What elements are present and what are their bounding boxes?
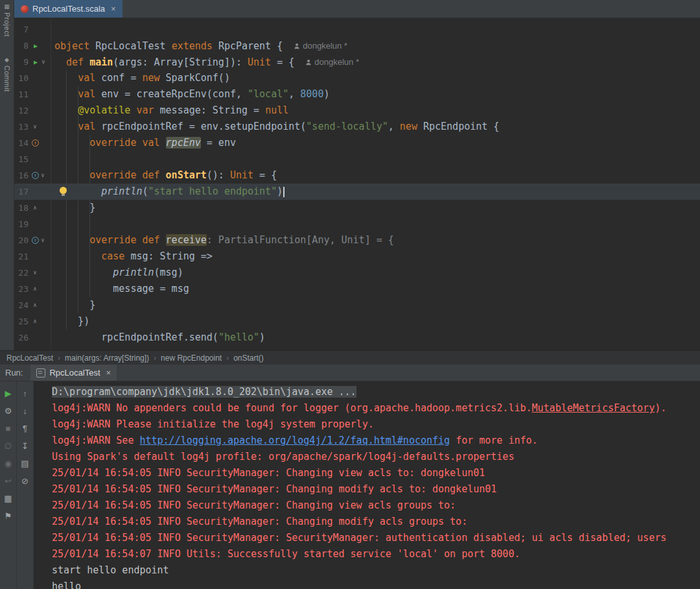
code-line[interactable]: 17 println("start hello endpoint") (14, 184, 700, 200)
fold-expand-icon[interactable]: ∧ (32, 297, 38, 313)
soft-exit-icon[interactable]: ↩ (0, 472, 17, 490)
pin-icon[interactable]: ⚑ (0, 507, 17, 525)
fold-collapse-icon[interactable]: ∨ (40, 167, 46, 184)
code-editor[interactable]: 78▶object RpcLocalTest extends RpcParent… (14, 18, 700, 350)
breadcrumb-item[interactable]: main(args: Array[String]) (65, 354, 149, 363)
code-line[interactable]: 24∧ } (14, 297, 700, 313)
sidebar-item-project[interactable]: ▦ Project (3, 3, 11, 37)
breadcrumb: RpcLocalTest›main(args: Array[String])›n… (0, 350, 700, 365)
coverage-icon[interactable]: ∅ (0, 437, 17, 455)
code-line[interactable]: 13∨ val rpcEndpointRef = env.setupEndpoi… (14, 119, 700, 135)
tab-rpclocaltest-scala[interactable]: RpcLocalTest.scala × (14, 0, 122, 18)
breadcrumb-item[interactable]: RpcLocalTest (6, 354, 53, 363)
line-number: 10 (14, 70, 29, 86)
fold-expand-icon[interactable]: ∧ (32, 281, 38, 297)
run-line-icon[interactable]: ▶ (32, 54, 40, 70)
code-line[interactable]: 23∧ message = msg (14, 281, 700, 297)
console-line[interactable]: D:\program\company\jdk\jdk1.8.0_202\bin\… (52, 384, 700, 400)
code-line[interactable]: 10 val conf = new SparkConf() (14, 70, 700, 86)
code-token: ) (259, 331, 265, 343)
console-line[interactable]: Using Spark's default log4j profile: org… (52, 449, 700, 465)
code-line[interactable]: 7 (14, 21, 700, 38)
settings-icon[interactable]: ⚙ (0, 402, 17, 420)
code-line[interactable]: 15 (14, 151, 700, 167)
console-text: 25/01/14 16:54:05 INFO SecurityManager: … (52, 499, 456, 511)
code-token: def (66, 56, 89, 68)
code-token: override def (89, 169, 165, 181)
console-line[interactable]: 25/01/14 16:54:05 INFO SecurityManager: … (52, 530, 700, 546)
code-line[interactable]: 21 case msg: String => (14, 248, 700, 265)
run-line-icon[interactable]: ▶ (32, 38, 40, 54)
console-line[interactable]: hello (52, 579, 700, 589)
code-token: val (78, 121, 101, 132)
dump-threads-icon[interactable]: ◉ (0, 455, 17, 472)
sidebar-item-commit[interactable]: ◆ Commit (3, 56, 11, 92)
code-line[interactable]: 11 val env = createRpcEnv(conf, "local",… (14, 86, 700, 102)
code-line[interactable]: 14↑ override val rpcEnv = env (14, 135, 700, 151)
overrides-member-icon[interactable]: ↑ (32, 139, 39, 147)
fold-collapse-icon[interactable]: ∨ (40, 54, 47, 70)
overrides-member-icon[interactable]: ↑ (32, 237, 39, 244)
line-number: 14 (14, 135, 29, 151)
line-number: 22 (14, 265, 29, 281)
code-line[interactable]: 19 (14, 216, 700, 232)
console-line[interactable]: 25/01/14 16:54:07 INFO Utils: Successful… (52, 546, 700, 562)
code-token: val (78, 72, 101, 84)
line-number: 12 (14, 102, 29, 119)
stop-icon[interactable]: ■ (0, 420, 17, 437)
fold-expand-icon[interactable]: ∧ (32, 313, 38, 330)
console-output[interactable]: D:\program\company\jdk\jdk1.8.0_202\bin\… (34, 381, 700, 589)
code-token: RpcParent (218, 40, 277, 52)
code-line[interactable]: 25∧ }) (14, 313, 700, 330)
code-token: override def (89, 234, 165, 246)
code-line[interactable]: 16↑∨ override def onStart(): Unit = { (14, 167, 700, 184)
scroll-to-end-button[interactable]: ↧ (17, 437, 34, 455)
line-number: 7 (14, 21, 29, 38)
fold-expand-icon[interactable]: ∧ (32, 200, 38, 216)
code-line[interactable]: 26 rpcEndpointRef.send("hello") (14, 330, 700, 346)
console-link[interactable]: MutableMetricsFactory (532, 402, 655, 414)
code-line[interactable]: 12 @volatile var message: String = null (14, 102, 700, 119)
code-line[interactable]: 8▶object RpcLocalTest extends RpcParent … (14, 38, 700, 54)
console-link[interactable]: http://logging.apache.org/log4j/1.2/faq.… (139, 435, 450, 446)
fold-collapse-icon[interactable]: ∨ (40, 232, 46, 248)
code-line[interactable]: 18∧ } (14, 200, 700, 216)
print-button[interactable]: ▤ (17, 455, 34, 472)
console-line[interactable]: 25/01/14 16:54:05 INFO SecurityManager: … (52, 514, 700, 530)
down-stack-trace-button[interactable]: ↓ (17, 402, 34, 420)
rerun-icon[interactable]: ▶ (0, 385, 17, 402)
code-text: println("start hello endpoint") (51, 184, 700, 200)
code-line[interactable]: 20↑∨ override def receive: PartialFuncti… (14, 232, 700, 248)
fold-collapse-icon[interactable]: ∨ (32, 265, 38, 281)
close-icon[interactable]: × (111, 4, 116, 14)
fold-collapse-icon[interactable]: ∨ (32, 119, 38, 135)
intention-bulb-icon[interactable] (60, 187, 67, 194)
breadcrumb-item[interactable]: onStart() (233, 354, 264, 363)
close-icon[interactable]: × (106, 368, 111, 378)
code-text: } (51, 200, 700, 216)
soft-wrap-button[interactable]: ¶ (17, 420, 34, 437)
code-text: val env = createRpcEnv(conf, "local", 80… (51, 86, 700, 102)
code-line[interactable]: 27 (14, 346, 700, 350)
gutter-icons (29, 346, 51, 350)
code-token: override val (89, 137, 165, 149)
console-line[interactable]: 25/01/14 16:54:05 INFO SecurityManager: … (52, 481, 700, 498)
breadcrumb-item[interactable]: new RpcEndpoint (161, 354, 222, 363)
clear-all-button[interactable]: ⊘ (17, 472, 34, 490)
restore-layout-icon[interactable]: ▦ (0, 490, 17, 507)
author-icon (294, 43, 300, 49)
console-line[interactable]: 25/01/14 16:54:05 INFO SecurityManager: … (52, 498, 700, 514)
console-text: for more info. (450, 435, 537, 446)
console-line[interactable]: log4j:WARN See http://logging.apache.org… (52, 433, 700, 449)
up-stack-trace-button[interactable]: ↑ (17, 385, 34, 402)
console-line[interactable]: log4j:WARN No appenders could be found f… (52, 400, 700, 416)
code-token: SparkConf() (166, 72, 230, 84)
code-line[interactable]: 9▶∨ def main(args: Array[String]): Unit … (14, 54, 700, 70)
console-line[interactable]: start hello endpoint (52, 562, 700, 579)
run-tab-rpclocaltest[interactable]: RpcLocalTest × (30, 365, 117, 381)
overrides-member-icon[interactable]: ↑ (32, 172, 39, 179)
console-line[interactable]: log4j:WARN Please initialize the log4j s… (52, 416, 700, 433)
code-token (54, 88, 78, 100)
code-line[interactable]: 22∨ println(msg) (14, 265, 700, 281)
console-line[interactable]: 25/01/14 16:54:05 INFO SecurityManager: … (52, 465, 700, 481)
